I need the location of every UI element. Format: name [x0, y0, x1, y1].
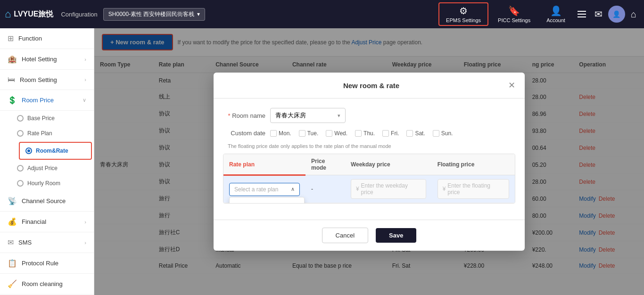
- col-price-mode-header: Price mode: [305, 154, 345, 175]
- col-rate-plan-header: Rate plan: [223, 154, 305, 175]
- chevron-right-icon: ›: [84, 77, 86, 82]
- checkbox-box: [355, 130, 362, 137]
- room-name-select[interactable]: 青春大床房 ▾: [270, 108, 346, 123]
- picc-icon: 🔖: [508, 5, 520, 16]
- rate-plan-select-wrap: Select a rate plan ∧ R/O Free R/B: [229, 183, 300, 196]
- rate-plan-table-wrap: Rate plan Price mode Weekday price Float…: [223, 154, 515, 204]
- save-button[interactable]: Save: [376, 228, 416, 243]
- rate-table-header-row: Rate plan Price mode Weekday price Float…: [223, 154, 515, 175]
- sidebar-item-function[interactable]: ⊞ Function: [0, 28, 94, 49]
- sidebar-item-label: SMS: [18, 239, 32, 246]
- sidebar-sub-item-hourly-room[interactable]: Hourly Room: [17, 176, 94, 191]
- cancel-button[interactable]: Cancel: [322, 228, 368, 243]
- hotel-selector-text: SH0000-素性 西安钟楼回民街客栈: [108, 10, 195, 18]
- dropdown-item-ro[interactable]: R/O: [230, 197, 304, 204]
- sidebar-sub-item-base-price[interactable]: Base Price: [17, 111, 94, 126]
- sidebar-item-room-price[interactable]: 💲 Room Price ∨: [0, 90, 94, 111]
- hotel-setting-icon: 🏨: [8, 55, 17, 64]
- account-button[interactable]: 👤 Account: [540, 3, 572, 25]
- room-price-icon: 💲: [8, 96, 17, 105]
- radio-room-rate: [25, 148, 32, 154]
- sidebar-item-label: Channel Source: [22, 197, 66, 205]
- chevron-right-icon: ›: [84, 57, 86, 62]
- epms-icon: ⚙: [459, 5, 468, 16]
- layout: ⊞ Function 🏨 Hotel Setting › 🛏 Room Sett…: [0, 28, 644, 295]
- main-content: + New room & rate If you want to modify …: [94, 28, 644, 295]
- modal-body: Room name 青春大床房 ▾ Custom date Mon.Tue.We…: [214, 98, 525, 220]
- checkbox-box: [299, 130, 305, 137]
- checkbox-box: [382, 130, 389, 137]
- sidebar-item-hotel-setting[interactable]: 🏨 Hotel Setting ›: [0, 49, 94, 70]
- sidebar-item-label: Function: [18, 35, 42, 42]
- sidebar-item-label: Room Setting: [20, 76, 57, 83]
- sidebar-item-channel-source[interactable]: 📡 Channel Source: [0, 191, 94, 212]
- days-checkboxes: Mon.Tue.Wed.Thu.Fri.Sat.Sun.: [270, 130, 453, 137]
- form-custom-date-row: Custom date Mon.Tue.Wed.Thu.Fri.Sat.Sun.: [223, 130, 515, 137]
- room-name-arrow: ▾: [338, 113, 340, 119]
- radio-adjust-price: [17, 165, 24, 172]
- sidebar-item-sms[interactable]: ✉ SMS ›: [0, 232, 94, 253]
- sidebar-item-room-setting[interactable]: 🛏 Room Setting ›: [0, 70, 94, 90]
- epms-label: EPMS Settings: [446, 17, 481, 23]
- logo-icon: ⌂: [5, 8, 11, 20]
- sidebar-item-protocol-rule[interactable]: 📋 Protocol Rule: [0, 253, 94, 274]
- sidebar-sub-item-room-rate[interactable]: Room&Rate: [19, 142, 92, 160]
- avatar[interactable]: 👤: [608, 6, 625, 23]
- checkbox-tue[interactable]: Tue.: [299, 130, 319, 137]
- chevron-right-icon: ›: [84, 240, 86, 246]
- price-mode-value: -: [311, 186, 313, 192]
- sms-icon: ✉: [8, 238, 14, 247]
- checkbox-wed[interactable]: Wed.: [326, 130, 347, 137]
- weekday-price-placeholder: Enter the weekday price: [361, 182, 421, 196]
- weekday-price-input[interactable]: ¥ Enter the weekday price: [351, 179, 426, 199]
- floating-price-cell: ¥ Enter the floating price: [432, 175, 515, 203]
- room-cleaning-icon: 🧹: [8, 279, 17, 288]
- modal-close-button[interactable]: ✕: [508, 80, 515, 90]
- rate-plan-dropdown: R/O Free R/B House use: [229, 197, 305, 204]
- hotel-selector[interactable]: SH0000-素性 西安钟楼回民街客栈 ▾: [103, 8, 206, 21]
- chevron-down-icon: ∨: [83, 97, 86, 103]
- modal-overlay: New room & rate ✕ Room name 青春大床房 ▾ Cus: [94, 28, 644, 295]
- checkbox-mon[interactable]: Mon.: [270, 130, 291, 137]
- sidebar-item-label: Room Price: [22, 97, 54, 104]
- sidebar-sub-room-price: Base Price Rate Plan Room&Rate Adjust Pr…: [0, 111, 94, 191]
- modal-header: New room & rate ✕: [214, 73, 525, 98]
- picc-settings-button[interactable]: 🔖 PICC Settings: [491, 3, 537, 25]
- col-weekday-price-header: Weekday price: [345, 154, 432, 175]
- menu-icon[interactable]: [575, 8, 589, 20]
- room-name-label: Room name: [223, 112, 265, 119]
- sidebar-item-label: Hotel Setting: [22, 56, 57, 63]
- col-floating-price-header: Floating price: [432, 154, 515, 175]
- checkbox-fri[interactable]: Fri.: [382, 130, 399, 137]
- sidebar-item-label: Room cleaning: [22, 280, 63, 287]
- checkbox-box: [270, 130, 277, 137]
- mail-icon[interactable]: ✉: [592, 6, 605, 23]
- sidebar-item-room-cleaning[interactable]: 🧹 Room cleaning: [0, 274, 94, 295]
- topnav: ⌂ LVYUE旅悦 Configuration SH0000-素性 西安钟楼回民…: [0, 0, 644, 28]
- rate-plan-select[interactable]: Select a rate plan ∧: [229, 183, 300, 196]
- floating-price-placeholder: Enter the floating price: [447, 182, 504, 196]
- channel-source-icon: 📡: [8, 197, 17, 205]
- floating-note: The floating price date only applies to …: [223, 143, 515, 149]
- rate-plan-placeholder: Select a rate plan: [234, 186, 278, 193]
- sidebar-item-financial[interactable]: 💰 Financial ›: [0, 212, 94, 232]
- sidebar-sub-item-rate-plan[interactable]: Rate Plan: [17, 126, 94, 141]
- checkbox-box: [326, 130, 332, 137]
- room-name-value: 青春大床房: [275, 111, 335, 120]
- rate-plan-row: Select a rate plan ∧ R/O Free R/B: [223, 175, 515, 203]
- checkbox-sat[interactable]: Sat.: [406, 130, 425, 137]
- custom-date-label: Custom date: [223, 130, 265, 137]
- logo: ⌂ LVYUE旅悦: [5, 8, 53, 20]
- floating-price-input[interactable]: ¥ Enter the floating price: [438, 179, 509, 199]
- checkbox-thu[interactable]: Thu.: [355, 130, 375, 137]
- home-icon[interactable]: ⌂: [628, 6, 639, 23]
- sidebar-sub-item-adjust-price[interactable]: Adjust Price: [17, 161, 94, 176]
- epms-settings-button[interactable]: ⚙ EPMS Settings: [438, 2, 488, 26]
- sidebar-item-label: Protocol Rule: [22, 260, 58, 267]
- function-icon: ⊞: [8, 34, 14, 43]
- price-mode-cell: -: [305, 175, 345, 203]
- modal-new-room-rate: New room & rate ✕ Room name 青春大床房 ▾ Cus: [214, 73, 525, 251]
- hotel-selector-arrow: ▾: [197, 11, 200, 17]
- radio-hourly-room: [17, 180, 24, 187]
- checkbox-sun[interactable]: Sun.: [433, 130, 453, 137]
